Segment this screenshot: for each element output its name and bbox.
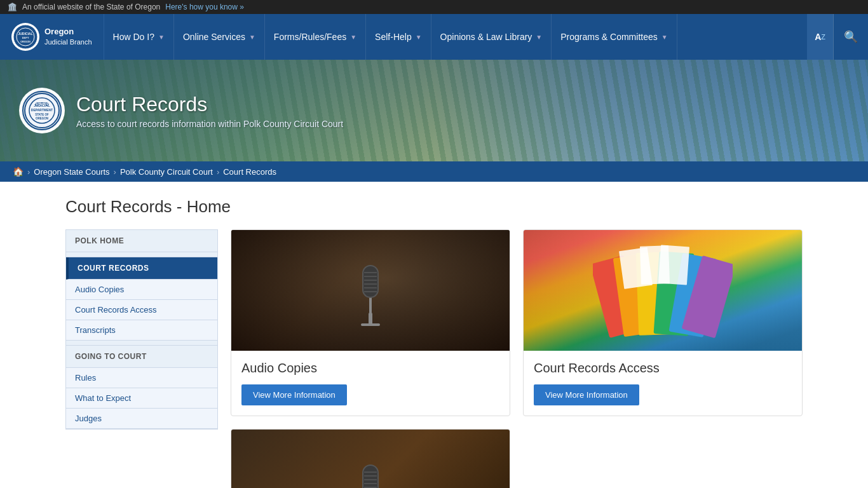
nav-programs-committees[interactable]: Programs & Committees ▼ bbox=[552, 14, 677, 60]
svg-text:DEPT: DEPT bbox=[22, 36, 29, 39]
logo-text: Oregon Judicial Branch bbox=[44, 27, 92, 46]
breadcrumb-current: Court Records bbox=[223, 167, 276, 177]
sidebar-transcripts[interactable]: Transcripts bbox=[66, 320, 217, 341]
state-flag-icon: 🏛️ bbox=[8, 3, 17, 11]
breadcrumb-polk-county[interactable]: Polk County Circuit Court bbox=[120, 167, 213, 177]
how-to-know-link[interactable]: Here's how you know » bbox=[165, 3, 244, 11]
nav-self-help[interactable]: Self-Help ▼ bbox=[366, 14, 431, 60]
chevron-down-icon: ▼ bbox=[661, 34, 668, 41]
hero-text: Court Records Access to court records in… bbox=[76, 93, 343, 129]
nav-how-do-i[interactable]: How Do I? ▼ bbox=[104, 14, 174, 60]
chevron-down-icon: ▼ bbox=[158, 34, 165, 41]
breadcrumb: 🏠 › Oregon State Courts › Polk County Ci… bbox=[0, 161, 868, 182]
main-nav: JUDICIAL DEPT OREGON Oregon Judicial Bra… bbox=[0, 14, 868, 60]
hero-seal: JUDICIAL DEPARTMENT STATE OF OREGON bbox=[19, 88, 65, 133]
svg-rect-37 bbox=[363, 466, 377, 488]
card-transcripts bbox=[231, 429, 510, 488]
top-bar: 🏛️ An official website of the State of O… bbox=[0, 0, 868, 14]
cards-grid: Audio Copies View More Information bbox=[231, 229, 803, 488]
nav-items: How Do I? ▼ Online Services ▼ Forms/Rule… bbox=[104, 14, 808, 60]
search-button[interactable]: 🔍 bbox=[833, 14, 868, 60]
translate-button[interactable]: A Z bbox=[807, 14, 833, 60]
nav-opinions-law-library[interactable]: Opinions & Law Library ▼ bbox=[431, 14, 552, 60]
chevron-down-icon: ▼ bbox=[350, 34, 356, 41]
card-audio-copies-image bbox=[231, 230, 510, 351]
card-court-records-body: Court Records Access View More Informati… bbox=[524, 351, 802, 416]
svg-point-12 bbox=[41, 102, 43, 104]
card-court-records-access-btn[interactable]: View More Information bbox=[534, 384, 639, 405]
breadcrumb-oregon-courts[interactable]: Oregon State Courts bbox=[34, 167, 109, 177]
svg-rect-16 bbox=[361, 323, 380, 326]
folders-icon bbox=[593, 233, 733, 348]
card-audio-copies-btn[interactable]: View More Information bbox=[241, 384, 347, 405]
nav-logo[interactable]: JUDICIAL DEPT OREGON Oregon Judicial Bra… bbox=[0, 14, 104, 60]
svg-text:JUDICIAL: JUDICIAL bbox=[18, 32, 32, 36]
svg-rect-18 bbox=[363, 266, 377, 297]
nav-online-services[interactable]: Online Services ▼ bbox=[174, 14, 265, 60]
sidebar: POLK HOME COURT RECORDS Audio Copies Cou… bbox=[65, 229, 218, 430]
search-icon: 🔍 bbox=[844, 30, 858, 44]
hero-title: Court Records bbox=[76, 93, 343, 116]
sidebar-rules[interactable]: Rules bbox=[66, 368, 217, 388]
card-audio-copies-title: Audio Copies bbox=[241, 361, 499, 376]
sidebar-audio-copies[interactable]: Audio Copies bbox=[66, 280, 217, 300]
translate-icon: A bbox=[815, 32, 821, 42]
sidebar-what-to-expect[interactable]: What to Expect bbox=[66, 388, 217, 409]
card-audio-copies-body: Audio Copies View More Information bbox=[231, 351, 510, 416]
microphone-icon bbox=[342, 252, 399, 329]
svg-text:DEPARTMENT: DEPARTMENT bbox=[31, 108, 53, 112]
content-area: Court Records - Home POLK HOME COURT REC… bbox=[53, 182, 815, 488]
home-icon[interactable]: 🏠 bbox=[13, 166, 24, 177]
card-court-records-access: Court Records Access View More Informati… bbox=[523, 229, 803, 416]
sidebar-judges[interactable]: Judges bbox=[66, 409, 217, 429]
chevron-down-icon: ▼ bbox=[536, 34, 542, 41]
hero-banner: JUDICIAL DEPARTMENT STATE OF OREGON Cour… bbox=[0, 60, 868, 161]
card-transcripts-image bbox=[231, 430, 510, 488]
chevron-down-icon: ▼ bbox=[416, 34, 422, 41]
page-title: Court Records - Home bbox=[65, 197, 803, 217]
sidebar-court-records-header[interactable]: COURT RECORDS bbox=[66, 257, 217, 280]
svg-text:STATE OF: STATE OF bbox=[35, 113, 49, 116]
svg-rect-33 bbox=[658, 245, 689, 285]
hero-subtitle: Access to court records information with… bbox=[76, 119, 343, 129]
microphone2-icon bbox=[342, 452, 399, 488]
sidebar-divider2 bbox=[66, 341, 217, 346]
logo-seal-icon: JUDICIAL DEPT OREGON bbox=[11, 23, 39, 51]
sidebar-divider1 bbox=[66, 252, 217, 257]
svg-text:OREGON: OREGON bbox=[20, 41, 31, 43]
translate-icon2: Z bbox=[821, 33, 825, 41]
svg-text:OREGON: OREGON bbox=[36, 117, 48, 120]
content-layout: POLK HOME COURT RECORDS Audio Copies Cou… bbox=[65, 229, 803, 488]
nav-right: A Z 🔍 bbox=[807, 14, 868, 60]
sidebar-court-records-access[interactable]: Court Records Access bbox=[66, 300, 217, 320]
card-audio-copies: Audio Copies View More Information bbox=[231, 229, 510, 416]
official-message: An official website of the State of Oreg… bbox=[22, 3, 160, 11]
nav-forms-rules-fees[interactable]: Forms/Rules/Fees ▼ bbox=[265, 14, 366, 60]
sidebar-polk-home[interactable]: POLK HOME bbox=[66, 230, 217, 252]
card-court-records-access-title: Court Records Access bbox=[534, 361, 792, 376]
sidebar-going-to-court-header[interactable]: GOING TO COURT bbox=[66, 346, 217, 368]
chevron-down-icon: ▼ bbox=[249, 34, 255, 41]
card-folders-image bbox=[524, 230, 802, 351]
